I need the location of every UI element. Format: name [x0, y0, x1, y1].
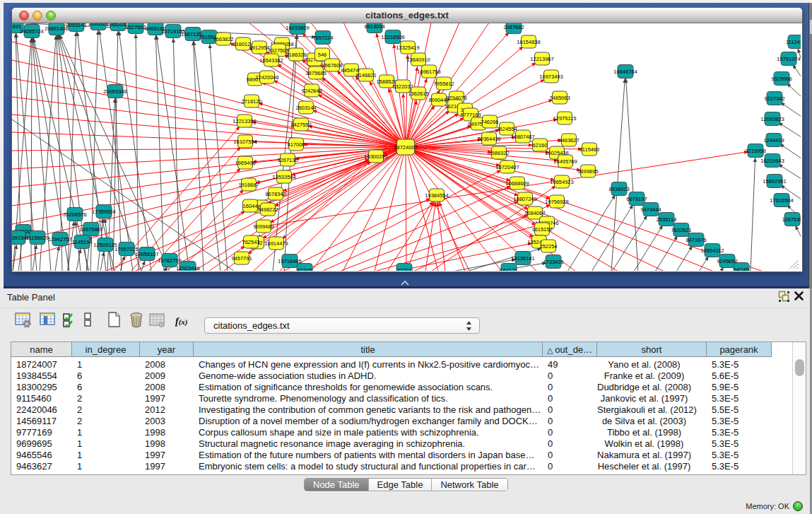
citation-edge-black[interactable]: [611, 78, 625, 271]
column-header-title[interactable]: title: [194, 342, 543, 357]
column-header-in_degree[interactable]: in_degree: [72, 342, 140, 357]
citation-edge-red[interactable]: [375, 147, 406, 271]
graph-node-label: 14136141: [511, 255, 534, 262]
cell-in_degree: 6: [72, 382, 140, 393]
select-columns-button[interactable]: [40, 312, 58, 332]
graph-node-label: 2718120: [241, 98, 261, 105]
cell-short: Wolkin et al. (1998): [597, 438, 707, 450]
citation-edge-black[interactable]: [119, 31, 151, 271]
cell-name: 22420046: [11, 404, 72, 416]
graph-node-label: 164121: [500, 267, 517, 271]
citation-edge-red[interactable]: [288, 48, 406, 147]
graph-node-label: 14495769: [553, 158, 577, 165]
citation-edge-red[interactable]: [252, 122, 406, 147]
select-all-button[interactable]: [62, 312, 81, 332]
table-row[interactable]: 911546021997Tourette syndrome. Phenomeno…: [11, 393, 792, 404]
delete-table-button[interactable]: [149, 312, 167, 332]
graph-node-label: 9084067: [524, 210, 545, 216]
desktop-right-scrollbar[interactable]: [808, 3, 812, 288]
graph-node-label: 3875685: [305, 70, 326, 76]
cell-pagerank: 5.3E-5: [707, 427, 772, 438]
citation-edge-red[interactable]: [12, 147, 406, 261]
graph-node-label: 8186328: [286, 52, 306, 58]
table-row[interactable]: 977716911998Corpus callosum shape and si…: [11, 427, 792, 438]
function-builder-button[interactable]: f(x): [175, 315, 194, 334]
graph-node-label: 12505135: [93, 242, 117, 248]
citation-edge-red[interactable]: [12, 42, 406, 147]
new-column-button[interactable]: [107, 312, 126, 332]
citation-edge-red[interactable]: [406, 147, 551, 199]
citation-edge-red[interactable]: [406, 147, 406, 271]
close-icon[interactable]: [794, 291, 804, 301]
tab-network-table[interactable]: Network Table: [432, 479, 507, 491]
table-scrollbar[interactable]: [792, 342, 806, 474]
column-header-name[interactable]: name: [11, 342, 72, 357]
citation-edge-red[interactable]: [406, 147, 438, 271]
graph-node-label: 9329966: [771, 76, 792, 82]
graph-node-label: 10958107: [135, 251, 158, 257]
window-titlebar[interactable]: citations_edges.txt: [12, 8, 802, 23]
cell-title: Embryonic stem cells: a model to study s…: [194, 461, 543, 472]
citation-edge-red[interactable]: [343, 147, 406, 271]
graph-node-label: 9115460: [579, 146, 600, 153]
network-select-dropdown[interactable]: citations_edges.txt: [204, 317, 480, 334]
graph-node-label: 62160: [533, 142, 548, 148]
graph-node-label: 19384554: [425, 192, 448, 199]
citation-edge-red[interactable]: [282, 147, 406, 239]
column-header-short[interactable]: short: [597, 342, 707, 357]
citation-edge-black[interactable]: [612, 215, 647, 271]
column-header-year[interactable]: year: [140, 342, 194, 357]
cell-in_degree: 1: [72, 438, 140, 450]
citation-edge-red[interactable]: [437, 202, 445, 271]
citation-edge-red[interactable]: [357, 215, 529, 271]
resize-grip-icon[interactable]: [789, 259, 799, 269]
float-panel-icon[interactable]: [778, 291, 790, 303]
graph-node-label: 3624554: [496, 126, 517, 132]
table-row[interactable]: 969969511998Structural magnetic resonanc…: [11, 438, 792, 450]
black-edge-arrowhead: [142, 261, 146, 266]
cell-pagerank: 5.9E-5: [707, 382, 772, 393]
table-row[interactable]: 1938455462009Genome-wide association stu…: [11, 370, 792, 382]
citation-edge-black[interactable]: [626, 78, 638, 271]
graph-node-label: 16154838: [517, 39, 540, 45]
citation-edge-red[interactable]: [322, 186, 511, 271]
graph-node-label: 9227342: [764, 95, 784, 102]
tab-edge-table[interactable]: Edge Table: [369, 479, 433, 491]
column-header-pagerank[interactable]: pagerank: [707, 342, 772, 357]
graph-node-label: 12213967: [530, 56, 553, 62]
citation-edge-black[interactable]: [676, 245, 693, 271]
show-column-settings-button[interactable]: [15, 312, 33, 332]
table-row[interactable]: 2242004622012Investigating the contribut…: [11, 404, 792, 416]
citation-edge-black[interactable]: [173, 38, 180, 271]
delete-column-button[interactable]: [129, 312, 148, 332]
citation-edge-black[interactable]: [156, 35, 189, 271]
citation-edge-black[interactable]: [136, 34, 139, 271]
graph-node-label: 17016504: [770, 197, 793, 204]
cell-short: Franke et al. (2009): [597, 370, 707, 382]
split-pane-handle[interactable]: [400, 280, 410, 286]
clear-selection-button[interactable]: [83, 312, 101, 332]
citation-edge-red[interactable]: [387, 201, 433, 271]
column-label: short: [642, 344, 662, 355]
table-row[interactable]: 946554611997Estimation of the future num…: [11, 450, 792, 461]
tab-node-table[interactable]: Node Table: [305, 479, 369, 491]
cell-in_degree: 6: [72, 370, 140, 382]
citation-edge-red[interactable]: [425, 202, 436, 271]
table-row[interactable]: 1872400712008Changes of HCN gene express…: [11, 359, 792, 370]
table-scrollbar-thumb[interactable]: [795, 359, 804, 376]
graph-node-label: 13640910: [406, 57, 430, 63]
citation-edge-black[interactable]: [751, 158, 755, 271]
graph-node-label: 13325419: [396, 45, 419, 51]
cell-name: 14569117: [11, 416, 72, 427]
table-row[interactable]: 946362711997Embryonic stem cells: a mode…: [11, 461, 792, 472]
citation-edge-red[interactable]: [406, 54, 408, 147]
graph-node-label: 546: [318, 52, 327, 58]
table-row[interactable]: 1456911722003Disruption of a novel membe…: [11, 416, 792, 427]
cell-in_degree: 1: [72, 359, 140, 370]
network-canvas[interactable]: 1691240557242069140620931411055328106532…: [12, 23, 801, 271]
citation-edge-black[interactable]: [655, 235, 678, 271]
table-row[interactable]: 1830029562008Estimation of significance …: [11, 382, 792, 393]
citation-edge-black[interactable]: [284, 35, 297, 271]
column-header-out_de[interactable]: △out_de…: [543, 342, 597, 357]
citation-edge-black[interactable]: [193, 41, 204, 271]
